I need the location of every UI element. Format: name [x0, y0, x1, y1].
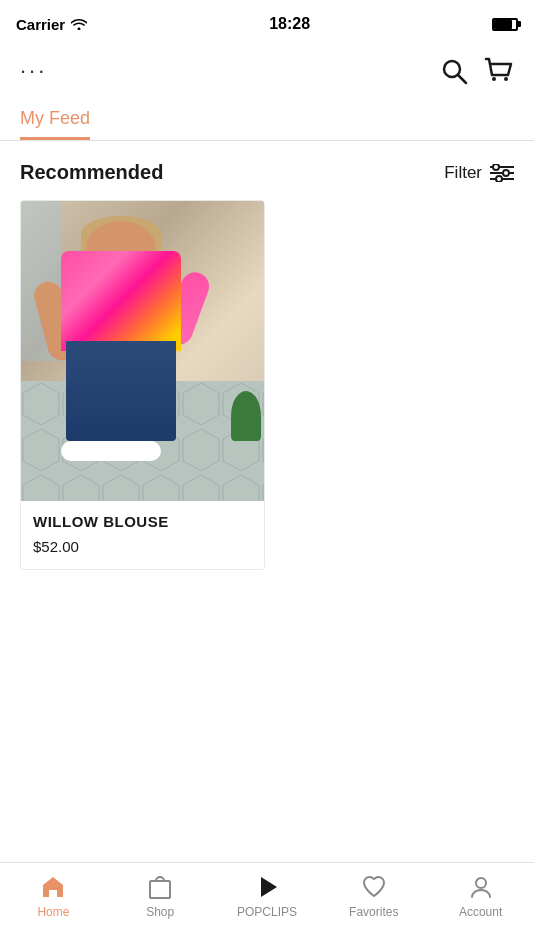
svg-point-3 — [504, 77, 508, 81]
cart-button[interactable] — [484, 57, 514, 85]
nav-popclips[interactable]: POPCLIPS — [214, 873, 321, 919]
status-time: 18:28 — [269, 15, 310, 33]
person-shoes — [61, 441, 161, 461]
battery-icon — [492, 18, 518, 31]
svg-point-9 — [496, 176, 502, 182]
section-header: Recommended Filter — [20, 161, 514, 184]
filter-button[interactable]: Filter — [444, 163, 514, 183]
tabs-bar: My Feed — [0, 98, 534, 141]
svg-point-2 — [492, 77, 496, 81]
product-info: WILLOW BLOUSE $52.00 — [21, 501, 264, 569]
svg-point-14 — [476, 878, 486, 888]
cart-icon — [484, 57, 514, 85]
carrier-wifi: Carrier — [16, 16, 87, 33]
header-actions — [440, 57, 514, 85]
wifi-icon — [71, 16, 87, 33]
nav-shop-label: Shop — [146, 905, 174, 919]
image-plant — [231, 391, 261, 441]
filter-icon — [490, 164, 514, 182]
svg-point-5 — [493, 164, 499, 170]
carrier-label: Carrier — [16, 16, 65, 33]
svg-point-7 — [503, 170, 509, 176]
battery-indicator — [492, 18, 518, 31]
more-options-button[interactable]: ··· — [20, 58, 47, 84]
tab-my-feed[interactable]: My Feed — [20, 98, 90, 140]
filter-label: Filter — [444, 163, 482, 183]
nav-favorites-label: Favorites — [349, 905, 398, 919]
battery-fill — [494, 20, 512, 29]
main-content: Recommended Filter — [0, 141, 534, 570]
header: ··· — [0, 44, 534, 98]
svg-marker-13 — [261, 877, 277, 897]
search-button[interactable] — [440, 57, 468, 85]
nav-favorites[interactable]: Favorites — [320, 873, 427, 919]
section-title: Recommended — [20, 161, 163, 184]
home-icon — [40, 873, 66, 901]
account-icon — [468, 873, 494, 901]
status-bar: Carrier 18:28 — [0, 0, 534, 44]
shop-icon — [147, 873, 173, 901]
product-price: $52.00 — [33, 538, 252, 555]
product-card[interactable]: WILLOW BLOUSE $52.00 — [20, 200, 265, 570]
person-blouse — [61, 251, 181, 351]
person-figure — [41, 221, 201, 461]
product-image — [21, 201, 265, 501]
svg-line-1 — [458, 75, 466, 83]
search-icon — [440, 57, 468, 85]
nav-home[interactable]: Home — [0, 873, 107, 919]
person-jeans — [66, 341, 176, 441]
popclips-icon — [253, 873, 281, 901]
nav-shop[interactable]: Shop — [107, 873, 214, 919]
nav-popclips-label: POPCLIPS — [237, 905, 297, 919]
nav-account-label: Account — [459, 905, 502, 919]
favorites-icon — [361, 873, 387, 901]
nav-home-label: Home — [37, 905, 69, 919]
svg-rect-12 — [150, 881, 170, 898]
product-name: WILLOW BLOUSE — [33, 513, 252, 530]
nav-account[interactable]: Account — [427, 873, 534, 919]
bottom-nav: Home Shop POPCLIPS Favorites — [0, 862, 534, 950]
